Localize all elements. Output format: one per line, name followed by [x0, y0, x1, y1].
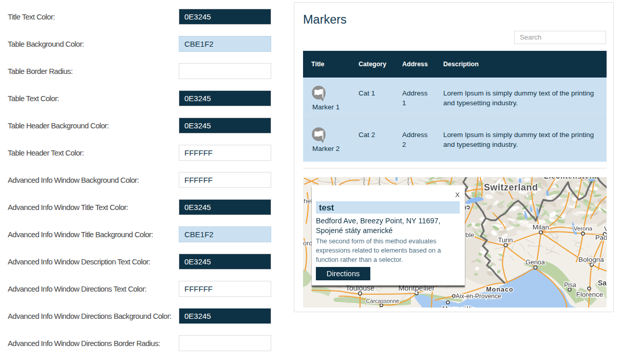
svg-text:Florence: Florence — [576, 291, 604, 298]
svg-text:ord: ord — [303, 239, 313, 247]
svg-text:ble: ble — [465, 231, 474, 239]
svg-text:Sa: Sa — [598, 279, 607, 287]
svg-text:Monaco: Monaco — [486, 286, 513, 293]
svg-text:Switzerland: Switzerland — [484, 182, 538, 193]
svg-text:Liechtenstein: Liechtenstein — [544, 177, 597, 180]
svg-text:Milan: Milan — [533, 223, 549, 231]
svg-text:Bologna: Bologna — [578, 256, 604, 263]
svg-text:Marseille: Marseille — [442, 305, 476, 308]
svg-text:Turin: Turin — [498, 236, 513, 244]
svg-text:hel: hel — [304, 197, 312, 205]
svg-text:Padua: Padua — [595, 234, 607, 241]
svg-text:Verona: Verona — [574, 225, 593, 232]
svg-text:Genoa: Genoa — [525, 259, 545, 266]
svg-text:Aix-en-Provence: Aix-en-Provence — [456, 293, 501, 300]
svg-text:Pisa: Pisa — [564, 281, 576, 289]
svg-text:Carcassonne: Carcassonne — [366, 298, 400, 304]
svg-text:Vi: Vi — [604, 225, 607, 233]
